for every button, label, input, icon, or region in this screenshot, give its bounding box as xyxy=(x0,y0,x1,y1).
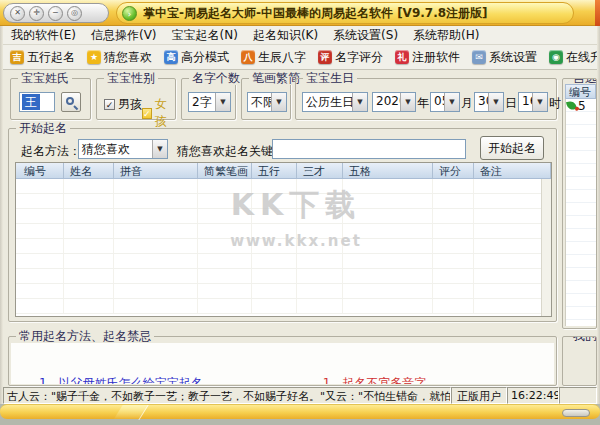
start-naming-button[interactable]: 开始起名 xyxy=(480,136,544,160)
naming-panel-title: 开始起名 xyxy=(16,121,70,135)
calendar-type-value: 公历生日 xyxy=(303,93,352,111)
toolbar-label: 五行起名 xyxy=(27,49,75,66)
bottom-skin-bar xyxy=(0,404,600,419)
name-count-select[interactable]: 2字 ▼ xyxy=(188,92,231,112)
column-header[interactable]: 五行 xyxy=(252,163,297,178)
calendar-type-select[interactable]: 公历生日 ▼ xyxy=(302,92,368,112)
menu-item[interactable]: 系统设置(S) xyxy=(333,27,398,44)
toolbar: 吉 五行起名 ★ 猜您喜欢 高 高分模式 八 生辰八字 评 名字评分 礼 注册软… xyxy=(3,45,597,70)
birthday-group: 宝宝生日 公历生日 ▼ 2020 ▼ 年 05 ▼ 月 30 ▼ 日 xyxy=(295,78,557,120)
title-pill: › 掌中宝-周易起名大师-中国最棒的周易起名软件 [V9.7.8注册版] xyxy=(116,2,574,24)
toolbar-button[interactable]: ★ 猜您喜欢 xyxy=(87,49,152,66)
results-table: 编号姓名拼音简繁笔画五行三才五格评分备注 KK下载 www.kkx.net xyxy=(15,162,552,317)
chevron-down-icon[interactable]: ▼ xyxy=(444,93,459,111)
menu-item[interactable]: 系统帮助(H) xyxy=(413,27,479,44)
window-title: 掌中宝-周易起名大师-中国最棒的周易起名软件 [V9.7.8注册版] xyxy=(143,5,488,22)
table-row xyxy=(16,284,541,299)
toolbar-label: 系统设置 xyxy=(489,49,537,66)
results-table-header: 编号姓名拼音简繁笔画五行三才五格评分备注 xyxy=(16,163,551,179)
tips-panel-title: 常用起名方法、起名禁忌 xyxy=(16,329,154,343)
boy-label: 男孩 xyxy=(118,96,142,113)
window-control-icon[interactable]: ─ xyxy=(48,6,63,21)
toolbar-label: 名字评分 xyxy=(335,49,383,66)
year-value: 2020 xyxy=(373,93,400,111)
toolbar-button[interactable]: 评 名字评分 xyxy=(318,49,383,66)
surname-input[interactable]: 王 xyxy=(19,92,55,112)
strokes-group: 笔画繁简 不限 ▼ xyxy=(241,78,291,120)
toolbar-button[interactable]: ◉ 在线升级 xyxy=(549,49,600,66)
toolbar-icon: 高 xyxy=(164,50,178,64)
toolbar-button[interactable]: 高 高分模式 xyxy=(164,49,229,66)
method-select[interactable]: 猜您喜欢 ▼ xyxy=(78,139,168,159)
column-header[interactable]: 三才 xyxy=(297,163,343,178)
toolbar-icon: ◉ xyxy=(549,50,563,64)
surname-selected-text: 王 xyxy=(22,94,40,110)
toolbar-label: 在线升级 xyxy=(566,49,600,66)
column-header[interactable]: 评分 xyxy=(433,163,474,178)
tip-link-method[interactable]: 1、以父母姓氏怎么给宝宝起名 xyxy=(39,375,203,384)
hour-unit-label: 时 xyxy=(548,92,562,112)
selected-names-column-header[interactable]: 编号 xyxy=(565,84,596,99)
day-unit-label: 日 xyxy=(504,92,518,112)
toolbar-button[interactable]: 吉 五行起名 xyxy=(10,49,75,66)
surname-group: 宝宝姓氏 王 xyxy=(10,78,91,120)
resize-grip[interactable] xyxy=(562,409,590,417)
boy-checkbox[interactable]: ✓ xyxy=(104,99,115,110)
keyword-input[interactable] xyxy=(272,139,466,159)
day-select[interactable]: 30 ▼ xyxy=(474,92,504,112)
desktop-strip xyxy=(0,419,600,425)
toolbar-label: 生辰八字 xyxy=(258,49,306,66)
titlebar: ✕✛─◎ › 掌中宝-周易起名大师-中国最棒的周易起名软件 [V9.7.8注册版… xyxy=(0,0,600,26)
status-clock: 16:22:49 xyxy=(507,387,559,404)
tip-link-taboo[interactable]: 1、起名不宜多音字 xyxy=(323,375,427,384)
toolbar-label: 注册软件 xyxy=(412,49,460,66)
window-control-icon[interactable]: ◎ xyxy=(67,6,82,21)
menu-item[interactable]: 宝宝起名(N) xyxy=(172,27,238,44)
toolbar-icon: 礼 xyxy=(395,50,409,64)
table-row xyxy=(16,194,541,209)
table-vertical-scrollbar[interactable] xyxy=(541,179,551,316)
year-unit-label: 年 xyxy=(416,92,430,112)
month-unit-label: 月 xyxy=(460,92,474,112)
toolbar-icon: 评 xyxy=(318,50,332,64)
girl-label: 女孩 xyxy=(155,96,175,130)
day-value: 30 xyxy=(475,93,488,111)
menu-item[interactable]: 信息操作(V) xyxy=(91,27,157,44)
strokes-select[interactable]: 不限 ▼ xyxy=(247,92,287,112)
chevron-down-icon[interactable]: ▼ xyxy=(352,93,367,111)
chevron-down-icon[interactable]: ▼ xyxy=(532,93,547,111)
menu-item[interactable]: 我的软件(E) xyxy=(11,27,76,44)
month-select[interactable]: 05 ▼ xyxy=(430,92,460,112)
chevron-down-icon[interactable]: ▼ xyxy=(271,93,286,111)
column-header[interactable]: 拼音 xyxy=(114,163,198,178)
girl-checkbox[interactable]: ✓ xyxy=(142,108,152,119)
window-control-icon[interactable]: ✛ xyxy=(29,6,44,21)
column-header[interactable]: 简繁笔画 xyxy=(198,163,252,178)
year-select[interactable]: 2020 ▼ xyxy=(372,92,416,112)
chevron-down-icon[interactable]: ▼ xyxy=(400,93,415,111)
skin-edge xyxy=(595,0,600,26)
column-header[interactable]: 备注 xyxy=(474,163,551,178)
chevron-down-icon[interactable]: ▼ xyxy=(215,93,230,111)
statusbar: 古人云："赐子千金，不如教子一艺；教子一艺，不如赐子好名。"又云："不怕生错命，… xyxy=(3,387,597,404)
name-count-group-label: 名字个数 xyxy=(189,71,243,85)
menu-item[interactable]: 起名知识(K) xyxy=(253,27,318,44)
column-header[interactable]: 五格 xyxy=(343,163,433,178)
hour-select[interactable]: 16 ▼ xyxy=(518,92,548,112)
table-row xyxy=(16,209,541,224)
window-control-icon[interactable]: ✕ xyxy=(10,6,25,21)
column-header[interactable]: 编号 xyxy=(16,163,64,178)
selected-names-list: 5 xyxy=(565,99,596,326)
toolbar-button[interactable]: 八 生辰八字 xyxy=(241,49,306,66)
app-orb-icon[interactable]: › xyxy=(122,6,137,21)
list-item[interactable]: 5 xyxy=(566,99,596,112)
chevron-down-icon[interactable]: ▼ xyxy=(488,93,503,111)
toolbar-button[interactable]: 礼 注册软件 xyxy=(395,49,460,66)
toolbar-button[interactable]: ✉ 系统设置 xyxy=(472,49,537,66)
chevron-down-icon[interactable]: ▼ xyxy=(152,140,167,158)
column-header[interactable]: 姓名 xyxy=(64,163,114,178)
skin-seam xyxy=(113,405,148,420)
leaf-icon xyxy=(566,100,577,111)
surname-search-button[interactable] xyxy=(61,92,81,112)
window-controls: ✕✛─◎ xyxy=(3,3,109,23)
